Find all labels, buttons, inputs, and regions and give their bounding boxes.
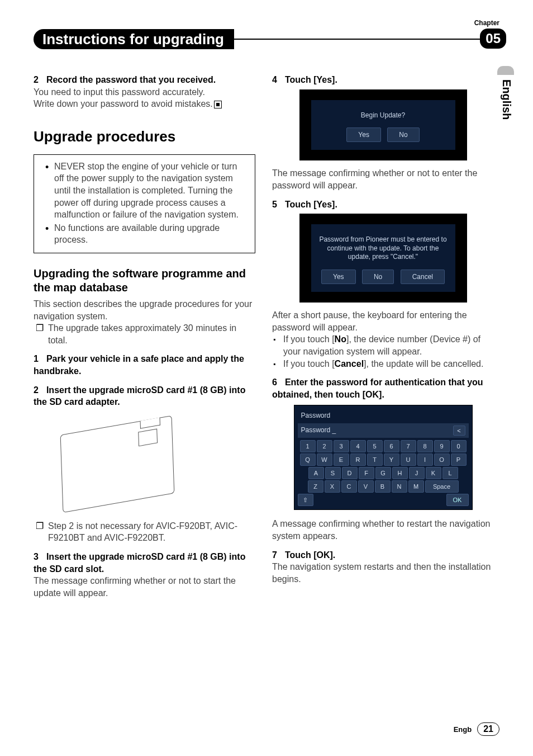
step-3-heading: 3Insert the upgrade microSD card #1 (8 G… (34, 551, 255, 575)
step-number: 6 (272, 377, 277, 387)
password-input-label: Password (301, 426, 331, 434)
bullet-bold: Cancel (335, 359, 364, 368)
section-title: Upgrade procedures (34, 127, 255, 147)
keyboard-key[interactable]: Q (300, 453, 316, 466)
end-mark-icon (214, 101, 222, 108)
keyboard-key[interactable]: Y (384, 453, 399, 466)
keyboard-key[interactable]: I (417, 453, 433, 466)
keyboard-key[interactable]: 3 (334, 440, 349, 452)
side-tab-pill (497, 66, 514, 75)
sd-adapter-outline (60, 415, 175, 513)
backspace-key[interactable]: < (453, 426, 465, 436)
keyboard-key[interactable]: D (342, 467, 358, 479)
step-number: 2 (34, 385, 39, 395)
keyboard-key[interactable]: 2 (317, 440, 332, 452)
dialog-message: Begin Update? (318, 111, 449, 120)
bullet-bold: No (335, 334, 346, 344)
keyboard-key[interactable]: 6 (384, 440, 399, 452)
keyboard-key[interactable]: F (359, 467, 374, 479)
keyboard-key[interactable]: 8 (417, 440, 433, 452)
keyboard-key[interactable]: U (401, 453, 416, 466)
subsection-body: This section describes the upgrade proce… (34, 298, 255, 322)
dialog-yes-button[interactable]: Yes (346, 127, 381, 142)
keyboard-key[interactable]: R (350, 453, 366, 466)
bullet-text: If you touch [ (283, 334, 335, 344)
keyboard-key[interactable]: J (409, 467, 425, 479)
keyboard-key[interactable]: H (392, 467, 408, 479)
keyboard-key[interactable]: 1 (300, 440, 316, 452)
step-number: 1 (34, 354, 39, 363)
step-title: Park your vehicle in a safe place and ap… (34, 354, 244, 376)
bullet-text: If you touch [ (283, 359, 335, 368)
sd-notch (140, 417, 160, 428)
keyboard-key[interactable]: G (375, 467, 391, 479)
step-2-heading: 2Insert the upgrade microSD card #1 (8 G… (34, 384, 255, 408)
step-title: Record the password that you received. (46, 75, 216, 84)
password-input-row: Password _ < (298, 423, 469, 438)
chapter-number-badge: 05 (480, 29, 506, 49)
sd-card-illustration (50, 414, 207, 514)
prestep-2-body-1: You need to input this password accurate… (34, 86, 255, 98)
chapter-label: Chapter (474, 19, 499, 27)
keyboard-key[interactable]: N (392, 480, 407, 493)
keyboard-key[interactable]: Z (308, 480, 323, 493)
keyboard-key[interactable]: 4 (350, 440, 366, 452)
keyboard-key[interactable]: A (308, 467, 324, 479)
keyboard-key[interactable]: V (358, 480, 374, 493)
subsection-note: The upgrade takes approximately 30 minut… (34, 322, 255, 346)
password-cursor: _ (332, 426, 336, 434)
keyboard-key[interactable]: 5 (367, 440, 383, 452)
keyboard-key[interactable]: K (426, 467, 441, 479)
step-4-body: The message confirming whether or not to… (272, 167, 494, 191)
keyboard-key[interactable]: 9 (434, 440, 450, 452)
keyboard-key[interactable]: E (334, 453, 349, 466)
keyboard-key[interactable]: P (451, 453, 467, 466)
step-number: 3 (34, 552, 39, 561)
keyboard-key[interactable]: L (442, 467, 458, 479)
step-title: Enter the password for authentication th… (272, 377, 483, 399)
keyboard-key[interactable]: B (375, 480, 391, 493)
step-number: 4 (272, 75, 277, 84)
step-title: Touch [Yes]. (285, 75, 337, 84)
keyboard-key[interactable]: W (317, 453, 332, 466)
keyboard-row-1: 1234567890 (298, 440, 469, 452)
keyboard-title: Password (298, 409, 469, 422)
page-number: 21 (477, 722, 499, 736)
keyboard-key[interactable]: S (325, 467, 341, 479)
keyboard-key[interactable]: T (367, 453, 383, 466)
keyboard-key[interactable]: X (325, 480, 340, 493)
keyboard-key[interactable]: O (434, 453, 450, 466)
page-title: Instructions for upgrading (34, 29, 234, 49)
step-title: Touch [Yes]. (285, 200, 337, 209)
bullet-text: ], the update will be cancelled. (364, 359, 483, 368)
keyboard-key[interactable]: 0 (451, 440, 467, 452)
callout-box: NEVER stop the engine of your vehicle or… (34, 154, 255, 253)
dialog-message: Password from Pioneer must be entered to… (318, 235, 449, 262)
screenshot-begin-update: Begin Update? Yes No (299, 89, 467, 161)
header-rule (234, 39, 498, 40)
header-bar: Instructions for upgrading (34, 29, 505, 49)
dialog-no-button[interactable]: No (387, 127, 419, 142)
keyboard-row-2: QWERTYUIOP (298, 453, 469, 466)
ok-key[interactable]: OK (446, 494, 469, 506)
shift-key[interactable]: ⇧ (298, 494, 313, 506)
step-1-heading: 1Park your vehicle in a safe place and a… (34, 353, 255, 377)
callout-item-1: NEVER stop the engine of your vehicle or… (40, 160, 246, 221)
space-key[interactable]: Space (425, 480, 459, 493)
step-5-bullet-cancel: If you touch [Cancel], the update will b… (272, 358, 494, 370)
keyboard-key[interactable]: C (341, 480, 357, 493)
step-6-heading: 6Enter the password for authentication t… (272, 376, 494, 400)
dialog-cancel-button[interactable]: Cancel (401, 270, 445, 284)
prestep-2-heading: 2Record the password that you received. (34, 74, 255, 86)
step-5-bullet-no: If you touch [No], the device number (De… (272, 333, 494, 357)
keyboard-key[interactable]: 7 (401, 440, 416, 452)
footer-lang: Engb (454, 725, 472, 734)
screenshot-password-confirm: Password from Pioneer must be entered to… (299, 214, 467, 303)
keyboard-key[interactable]: M (408, 480, 424, 493)
step-2-note: Step 2 is not necessary for AVIC-F920BT,… (34, 520, 255, 544)
step-7-heading: 7Touch [OK]. (272, 549, 494, 561)
dialog-yes-button[interactable]: Yes (321, 270, 356, 284)
microsd-outline (138, 428, 158, 446)
keyboard-row-4: ZXCVBNMSpace (298, 480, 469, 493)
dialog-no-button[interactable]: No (362, 270, 394, 284)
